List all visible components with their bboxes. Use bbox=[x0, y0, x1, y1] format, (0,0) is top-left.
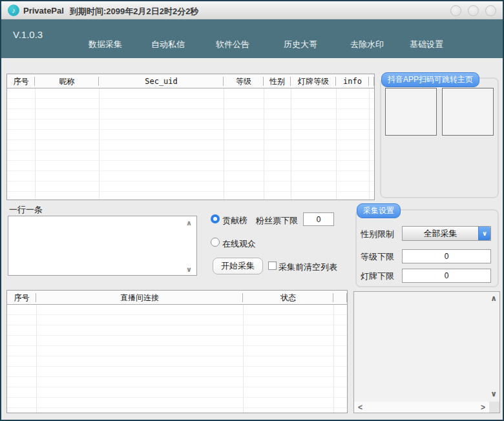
room-links-textarea[interactable] bbox=[8, 216, 197, 276]
scrollbar-corner bbox=[489, 402, 499, 413]
lines-hint-label: 一行一条 bbox=[9, 204, 43, 216]
col-filler bbox=[369, 74, 374, 88]
user-table: 序号 昵称 Sec_uid 等级 性别 灯牌等级 info bbox=[6, 74, 375, 200]
qr-code-box-2 bbox=[442, 88, 494, 136]
dropdown-chevron-icon[interactable]: ∨ bbox=[478, 227, 490, 240]
start-collect-button[interactable]: 开始采集 bbox=[213, 258, 263, 274]
column-separator bbox=[336, 88, 337, 200]
badge-min-label: 灯牌下限 bbox=[361, 271, 394, 282]
column-separator bbox=[224, 88, 224, 200]
gender-limit-value: 全部采集 bbox=[403, 227, 478, 240]
col-index[interactable]: 序号 bbox=[7, 74, 35, 88]
user-table-header: 序号 昵称 Sec_uid 等级 性别 灯牌等级 info bbox=[7, 74, 374, 88]
level-min-label: 等级下限 bbox=[361, 251, 394, 263]
room-table-header: 序号 直播间连接 状态 bbox=[7, 291, 347, 305]
column-separator bbox=[333, 305, 334, 413]
close-button[interactable] bbox=[485, 5, 496, 16]
col-room-status[interactable]: 状态 bbox=[243, 291, 333, 305]
scroll-down-icon[interactable]: ∨ bbox=[186, 266, 192, 273]
clear-before-checkbox[interactable] bbox=[268, 262, 277, 270]
col-sec-uid[interactable]: Sec_uid bbox=[99, 74, 224, 88]
log-scroll-up-icon[interactable]: ∧ bbox=[490, 294, 497, 302]
radio-online-label[interactable]: 在线观众 bbox=[222, 238, 256, 250]
log-scroll-right-icon[interactable]: > bbox=[481, 404, 485, 411]
maximize-button[interactable] bbox=[468, 5, 479, 16]
app-window: ♪ PrivatePal 到期时间:2099年2月2日2时2分2秒 V.1.0.… bbox=[0, 0, 504, 421]
col-info[interactable]: info bbox=[336, 74, 369, 88]
col-level[interactable]: 等级 bbox=[224, 74, 264, 88]
titlebar: ♪ PrivatePal 到期时间:2099年2月2日2时2分2秒 bbox=[1, 1, 503, 19]
fan-ticket-input[interactable] bbox=[303, 212, 334, 226]
app-logo-icon: ♪ bbox=[8, 5, 19, 16]
settings-panel-label: 采集设置 bbox=[357, 203, 401, 218]
tab-basic-settings[interactable]: 基础设置 bbox=[410, 39, 443, 50]
col-gender[interactable]: 性别 bbox=[264, 74, 291, 88]
minimize-button[interactable] bbox=[450, 5, 461, 16]
log-scroll-down-icon[interactable]: ∨ bbox=[490, 390, 497, 398]
column-separator bbox=[291, 88, 291, 200]
badge-min-input[interactable] bbox=[402, 269, 491, 283]
qr-code-box-1 bbox=[385, 88, 437, 136]
log-horizontal-scrollbar[interactable]: < > bbox=[354, 402, 489, 413]
radio-online-viewers[interactable] bbox=[211, 238, 220, 247]
gender-limit-dropdown[interactable]: 全部采集 ∨ bbox=[402, 226, 491, 241]
app-title: PrivatePal bbox=[23, 6, 64, 15]
gender-limit-label: 性别限制 bbox=[361, 229, 394, 240]
log-box[interactable]: ∧ ∨ < > bbox=[353, 291, 500, 413]
tab-data-collect[interactable]: 数据采集 bbox=[89, 39, 122, 50]
user-table-body[interactable] bbox=[7, 88, 374, 200]
col-nickname[interactable]: 昵称 bbox=[35, 74, 99, 88]
column-separator bbox=[243, 305, 244, 413]
col-badge-level[interactable]: 灯牌等级 bbox=[291, 74, 336, 88]
column-separator bbox=[369, 88, 370, 200]
scroll-up-icon[interactable]: ∧ bbox=[186, 220, 192, 227]
col-filler bbox=[333, 291, 347, 305]
column-separator bbox=[99, 88, 100, 200]
fan-ticket-label: 粉丝票下限 bbox=[256, 215, 298, 227]
tab-announcement[interactable]: 软件公告 bbox=[216, 39, 249, 50]
col-room-index[interactable]: 序号 bbox=[7, 291, 36, 305]
col-room-link[interactable]: 直播间连接 bbox=[36, 291, 243, 305]
radio-contribution-label[interactable]: 贡献榜 bbox=[222, 215, 247, 227]
qr-panel: 抖音APP扫码可跳转主页 bbox=[380, 77, 499, 198]
tab-history[interactable]: 历史大哥 bbox=[284, 39, 317, 50]
qr-panel-label: 抖音APP扫码可跳转主页 bbox=[381, 72, 479, 87]
expiry-time-text: 到期时间:2099年2月2日2时2分2秒 bbox=[70, 6, 198, 17]
room-table: 序号 直播间连接 状态 bbox=[6, 290, 348, 413]
tab-auto-message[interactable]: 自动私信 bbox=[151, 39, 185, 50]
column-separator bbox=[264, 88, 264, 200]
navbar: V.1.0.3 数据采集 自动私信 软件公告 历史大哥 去除水印 基础设置 bbox=[1, 19, 503, 58]
level-min-input[interactable] bbox=[402, 249, 491, 263]
version-label: V.1.0.3 bbox=[13, 29, 43, 40]
tab-watermark[interactable]: 去除水印 bbox=[350, 39, 384, 50]
column-separator bbox=[35, 88, 36, 200]
clear-before-label[interactable]: 采集前清空列表 bbox=[278, 262, 337, 273]
column-separator bbox=[36, 305, 37, 413]
log-scroll-left-icon[interactable]: < bbox=[358, 404, 362, 411]
radio-contribution-list[interactable] bbox=[211, 214, 220, 223]
room-table-body[interactable] bbox=[7, 305, 347, 413]
